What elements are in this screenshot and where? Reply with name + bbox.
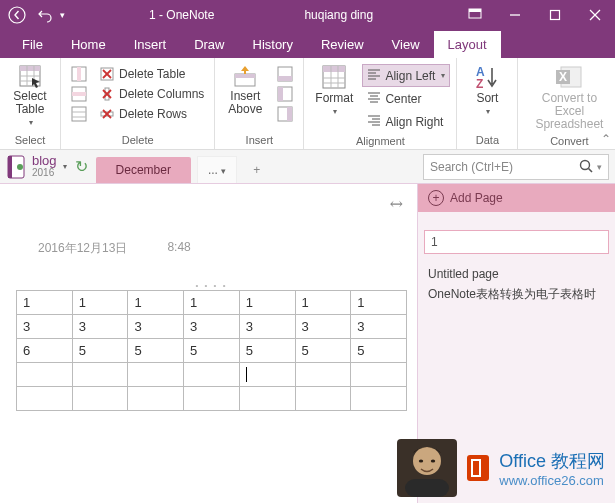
table-cell[interactable]: 5 <box>351 339 407 363</box>
tab-draw[interactable]: Draw <box>180 31 238 58</box>
tab-history[interactable]: History <box>239 31 307 58</box>
table-cell[interactable]: 3 <box>239 315 295 339</box>
table-cell[interactable]: 1 <box>128 291 184 315</box>
table-row[interactable] <box>17 387 407 411</box>
chevron-down-icon: ▾ <box>29 116 33 129</box>
table-cell[interactable] <box>295 387 351 411</box>
tab-file[interactable]: File <box>8 31 57 58</box>
table-row[interactable] <box>17 363 407 387</box>
fullscreen-icon[interactable]: ⤢ <box>385 192 408 215</box>
user-name[interactable]: huqiang ding <box>304 8 373 22</box>
undo-button[interactable] <box>32 2 58 28</box>
table-cell[interactable]: 3 <box>295 315 351 339</box>
svg-point-68 <box>431 459 435 462</box>
table-cell[interactable]: 3 <box>17 315 73 339</box>
table-cell[interactable] <box>72 363 128 387</box>
table-cell[interactable] <box>184 363 240 387</box>
group-label: Select <box>6 132 54 149</box>
table-row[interactable]: 1111111 <box>17 291 407 315</box>
more-sections-button[interactable]: ... ▾ <box>197 156 237 183</box>
table-cell[interactable]: 3 <box>72 315 128 339</box>
table-cell[interactable] <box>351 363 407 387</box>
notebook-selector[interactable]: blog2016 ▾ <box>6 154 67 180</box>
table-cell[interactable] <box>351 387 407 411</box>
table-cell[interactable] <box>128 363 184 387</box>
table-cell[interactable]: 5 <box>239 339 295 363</box>
insert-opt1[interactable] <box>273 64 297 84</box>
table-cell[interactable]: 1 <box>295 291 351 315</box>
table-cell[interactable] <box>72 387 128 411</box>
page-canvas[interactable]: ⤢ 2016年12月13日 8:48 • • • • 1111111333333… <box>0 184 417 503</box>
table-cell[interactable]: 6 <box>17 339 73 363</box>
svg-point-67 <box>419 459 423 462</box>
current-page-title[interactable]: 1 <box>424 230 609 254</box>
table-cell[interactable]: 3 <box>184 315 240 339</box>
table-cell[interactable]: 3 <box>351 315 407 339</box>
section-tab[interactable]: December <box>96 157 191 183</box>
table-cell[interactable]: 3 <box>128 315 184 339</box>
table-cell[interactable]: 5 <box>184 339 240 363</box>
table-cell[interactable]: 1 <box>17 291 73 315</box>
tab-view[interactable]: View <box>378 31 434 58</box>
table-cell[interactable]: 1 <box>184 291 240 315</box>
add-section-button[interactable]: + <box>243 157 270 183</box>
sync-icon[interactable]: ↻ <box>75 157 88 176</box>
delete-table-button[interactable]: Delete Table <box>95 64 208 84</box>
group-delete: Delete Table Delete Columns Delete Rows … <box>61 58 215 149</box>
group-label: Data <box>463 132 511 149</box>
group-label: Delete <box>67 132 208 149</box>
table-cell[interactable] <box>239 387 295 411</box>
table-row[interactable]: 6555555 <box>17 339 407 363</box>
table-cell[interactable] <box>128 387 184 411</box>
table-cell[interactable] <box>239 363 295 387</box>
align-center-button[interactable]: Center <box>362 87 450 110</box>
tab-insert[interactable]: Insert <box>120 31 181 58</box>
svg-rect-4 <box>551 11 560 20</box>
chevron-down-icon: ▾ <box>486 105 490 118</box>
delete-columns-button[interactable]: Delete Columns <box>95 84 208 104</box>
table-cell[interactable]: 1 <box>351 291 407 315</box>
close-button[interactable] <box>575 0 615 30</box>
back-button[interactable] <box>4 2 30 28</box>
ribbon-options-button[interactable] <box>455 0 495 30</box>
table-cell[interactable]: 5 <box>295 339 351 363</box>
tab-home[interactable]: Home <box>57 31 120 58</box>
search-input[interactable]: Search (Ctrl+E) ▾ <box>423 154 609 180</box>
page-list: Untitled pageOneNote表格转换为电子表格时 <box>418 260 615 308</box>
table-row[interactable]: 3333333 <box>17 315 407 339</box>
table-cell[interactable] <box>17 363 73 387</box>
content-table[interactable]: 111111133333336555555 <box>16 290 407 411</box>
chevron-down-icon[interactable]: ▾ <box>597 162 602 172</box>
table-cell[interactable]: 1 <box>72 291 128 315</box>
chevron-down-icon: ▾ <box>441 71 445 80</box>
collapse-ribbon-icon[interactable]: ⌃ <box>601 132 611 146</box>
table-cell[interactable] <box>17 387 73 411</box>
add-page-button[interactable]: + Add Page <box>418 184 615 212</box>
page-list-item[interactable]: OneNote表格转换为电子表格时 <box>428 284 605 304</box>
qat-expand-icon[interactable]: ▾ <box>60 10 65 20</box>
insert-opt2[interactable] <box>273 84 297 104</box>
align-right-button[interactable]: Align Right <box>362 110 450 133</box>
convert-to-excel-button[interactable]: X Convert to Excel Spreadsheet <box>524 62 614 133</box>
table-cell[interactable]: 5 <box>128 339 184 363</box>
table-cell[interactable]: 1 <box>239 291 295 315</box>
align-left-button[interactable]: Align Left▾ <box>362 64 450 87</box>
svg-point-63 <box>581 160 590 169</box>
select-table-button[interactable]: Select Table ▾ <box>6 62 54 131</box>
page-list-item[interactable]: Untitled page <box>428 264 605 284</box>
insert-above-button[interactable]: Insert Above <box>221 62 269 118</box>
table-cell[interactable]: 5 <box>72 339 128 363</box>
table-gripper[interactable]: • • • • <box>16 281 407 290</box>
maximize-button[interactable] <box>535 0 575 30</box>
watermark: Office 教程网 www.office26.com <box>397 439 605 497</box>
table-cell[interactable] <box>184 387 240 411</box>
table-cell[interactable] <box>295 363 351 387</box>
chevron-down-icon: ▾ <box>63 162 67 171</box>
delete-rows-button[interactable]: Delete Rows <box>95 104 208 124</box>
tab-layout[interactable]: Layout <box>434 31 501 58</box>
sort-button[interactable]: AZ Sort ▾ <box>463 62 511 120</box>
insert-opt3[interactable] <box>273 104 297 124</box>
minimize-button[interactable] <box>495 0 535 30</box>
format-button[interactable]: Format ▾ <box>310 62 358 120</box>
tab-review[interactable]: Review <box>307 31 378 58</box>
